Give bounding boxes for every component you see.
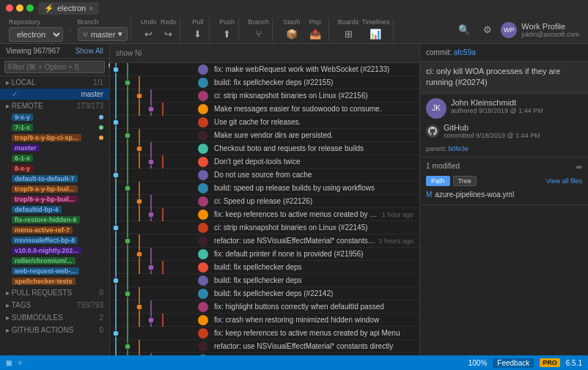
push-section: Push ⬆	[216, 18, 239, 42]
undo-label: Undo	[141, 18, 157, 26]
branch-dropdown-icon: ▾	[118, 29, 122, 39]
sidebar-branch-item[interactable]: 9-x-y	[0, 112, 109, 122]
commit-row[interactable]: ci: Speed up release (#22126)	[110, 195, 419, 208]
commit-row[interactable]: fix: highlight buttons correctly when de…	[110, 300, 419, 314]
sidebar-branch-item[interactable]: trop/8-x-y-bp-buil...	[0, 194, 109, 204]
version-label: 6.5.1	[566, 359, 582, 367]
section-local[interactable]: ▸ LOCAL 1/1	[0, 76, 109, 89]
svg-point-35	[148, 159, 154, 165]
commit-row[interactable]: Make messages easier for sudowoodo to co…	[110, 103, 419, 116]
sidebar-branch-item[interactable]: trop/9-x-y-bp-buil...	[0, 184, 109, 194]
repository-selector[interactable]: electron	[9, 27, 63, 42]
graph-content[interactable]: fix: make webRequest work with WebSocket…	[110, 63, 419, 355]
commit-row[interactable]: Do not use source from cache	[110, 169, 419, 182]
sidebar-branch-item[interactable]: default-to-default-7	[0, 174, 109, 184]
search-button[interactable]: 🔍	[454, 22, 474, 37]
ci-title: ci: only kill WOA processes if they are …	[426, 67, 560, 86]
sidebar-branch-item[interactable]: fix-restore-hidden-6	[0, 215, 109, 225]
graph-lane	[110, 327, 198, 340]
file-item[interactable]: M azure-pipelines-woa.yml	[426, 189, 582, 200]
feedback-button[interactable]: Feedback	[493, 358, 534, 368]
commit-row[interactable]: fix: default printer if none is provided…	[110, 248, 419, 261]
commit-row[interactable]: fix: keep references to active menus cre…	[110, 327, 419, 340]
minimize-button[interactable]	[16, 4, 23, 12]
settings-button[interactable]: ⚙	[479, 22, 496, 37]
commit-row[interactable]: build: fix spellchecker deps	[110, 261, 419, 274]
commit-row[interactable]: Make sure vendor dirs are persisted.	[110, 129, 419, 142]
graph-lane	[110, 103, 198, 116]
commit-row[interactable]: fix: make webRequest work with WebSocket…	[110, 63, 419, 76]
commit-row[interactable]: build: speed up release builds by using …	[110, 182, 419, 195]
path-view-button[interactable]: Path	[426, 176, 450, 186]
commit-time: 1 hour ago	[382, 211, 416, 218]
svg-point-60	[125, 238, 131, 244]
push-button[interactable]: ⬆	[218, 26, 235, 42]
close-button[interactable]	[6, 4, 13, 12]
branch-action-section: Branch ⑂	[245, 18, 273, 42]
sidebar-branches: ▸ LOCAL 1/1 ✓ master ▸ REMOTE 173/173 9-…	[0, 76, 109, 355]
commit-row[interactable]: Checkout boto and requests for release b…	[110, 142, 419, 155]
commit-author-avatar	[198, 223, 208, 233]
sidebar-branch-item[interactable]: defaultid-bp-4	[0, 204, 109, 215]
section-remote-count: 173/173	[77, 102, 103, 110]
maximize-button[interactable]	[26, 4, 34, 12]
tab-close-icon[interactable]: ×	[89, 4, 93, 12]
commit-row[interactable]: Don't get depot-tools twice	[110, 155, 419, 169]
commit-row[interactable]: ci: strip mksnapshot binaries on Linux (…	[110, 89, 419, 103]
sidebar-branch-item[interactable]: trop/9-x-y-bp-ci-sp...	[0, 133, 109, 143]
view-all-link[interactable]: View all files	[546, 177, 582, 185]
filter-input[interactable]	[4, 61, 105, 73]
pull-button[interactable]: ⬇	[189, 26, 206, 42]
sidebar-branch-item[interactable]: spellchecker-tests	[0, 276, 109, 286]
sidebar-branch-item[interactable]: v10.0.0-nightly.202...	[0, 245, 109, 256]
commit-message: ci: Speed up release (#22126)	[211, 197, 416, 205]
commit-row[interactable]: build: fix spellchecker deps	[110, 274, 419, 287]
stash-button[interactable]: 📦	[282, 26, 302, 42]
branch-selector[interactable]: ⑂ master ▾	[78, 27, 128, 41]
author-avatar: JK	[426, 98, 446, 119]
commit-row[interactable]: refactor: use NSVisualEffectMaterial* co…	[110, 340, 419, 353]
pop-button[interactable]: 📤	[305, 26, 326, 42]
commit-row[interactable]: ci: strip mksnapshot binaries on Linux (…	[110, 221, 419, 234]
pop-label: Pop	[309, 18, 321, 26]
commit-author-avatar	[198, 328, 208, 338]
section-pull-requests[interactable]: ▸ PULL REQUESTS 0	[0, 286, 109, 299]
sidebar-branch-item[interactable]: menu-active-ref-7	[0, 225, 109, 235]
branch-label: 7-1-x	[12, 124, 33, 131]
sidebar-branch-item[interactable]: 7-1-x	[0, 122, 109, 133]
parent-hash-link[interactable]: b0fe3e	[449, 145, 469, 152]
show-all-button[interactable]: Show All	[76, 47, 103, 55]
svg-point-11	[136, 93, 142, 99]
section-submodules[interactable]: ▸ SUBMODULES 2	[0, 311, 109, 324]
commit-row[interactable]: fix: crash when restoring minimized hidd…	[110, 314, 419, 327]
sidebar-branch-item[interactable]: nsvisualeffect-bp-8	[0, 235, 109, 245]
commit-row[interactable]: Use git cache for releases.	[110, 116, 419, 129]
commit-author-avatar	[198, 91, 208, 101]
svg-point-74	[113, 278, 119, 284]
commit-row[interactable]: fix: keep references to active menus cre…	[110, 208, 419, 221]
author-name: John Kleinschmidt	[451, 98, 543, 107]
commit-row[interactable]: build: fix spellchecker deps (#22155)	[110, 76, 419, 89]
sidebar-branch-item[interactable]: 8-x-y	[0, 163, 109, 174]
commit-row[interactable]: refactor: use NSVisualEffectMaterial* co…	[110, 234, 419, 248]
sidebar-branch-item[interactable]: master	[0, 143, 109, 153]
branch-action-button[interactable]: ⑂	[251, 26, 266, 42]
undo-button[interactable]: ↩	[140, 26, 157, 42]
sidebar-branch-item[interactable]: roller/chromium/...	[0, 256, 109, 266]
timelines-button[interactable]: 📊	[365, 26, 386, 42]
graph-lane	[110, 287, 198, 300]
section-remote[interactable]: ▸ REMOTE 173/173	[0, 100, 109, 112]
sidebar-branch-item[interactable]: web-request-web-...	[0, 266, 109, 276]
section-tags[interactable]: ▸ TAGS 793/793	[0, 299, 109, 311]
tree-view-button[interactable]: Tree	[453, 176, 477, 186]
ci-banner: ci: only kill WOA processes if they are …	[420, 62, 588, 94]
boards-button[interactable]: ⊞	[340, 26, 357, 42]
branch-item-master[interactable]: ✓ master	[0, 89, 109, 100]
sidebar-branch-item[interactable]: 6-1-x	[0, 153, 109, 163]
section-github-actions[interactable]: ▸ GITHUB ACTIONS 0	[0, 324, 109, 336]
svg-point-96	[125, 344, 131, 349]
commit-row[interactable]: build: fix spellchecker deps (#22142)	[110, 287, 419, 300]
app-tab[interactable]: ⚡ electron ×	[38, 2, 99, 15]
modified-title: 1 modified	[426, 162, 460, 170]
redo-button[interactable]: ↪	[160, 26, 177, 42]
